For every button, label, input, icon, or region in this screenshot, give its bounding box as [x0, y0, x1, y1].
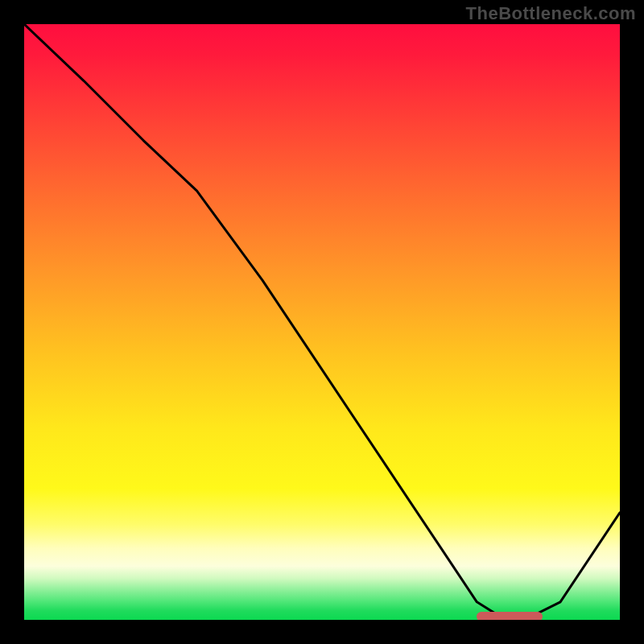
- plot-area: [24, 24, 620, 620]
- chart-container: TheBottleneck.com: [0, 0, 644, 644]
- watermark-text: TheBottleneck.com: [466, 3, 636, 24]
- data-curve: [24, 24, 620, 620]
- optimal-range-marker: [477, 612, 542, 620]
